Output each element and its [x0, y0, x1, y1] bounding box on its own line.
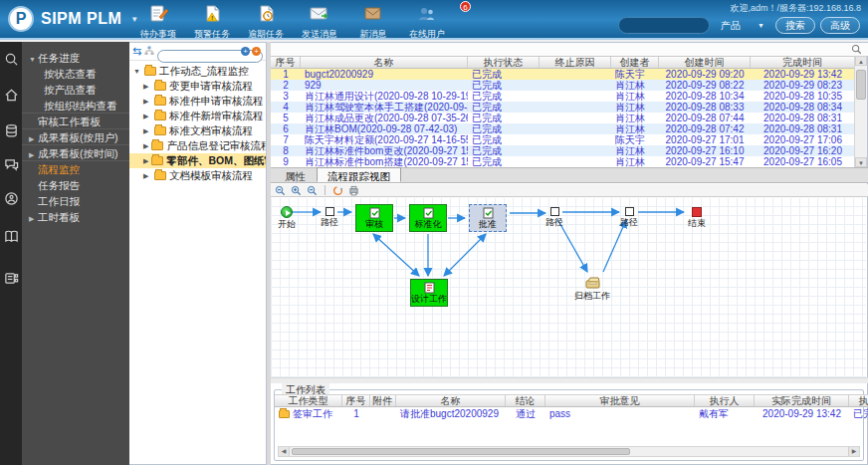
flow-node-review[interactable]: 审核	[355, 204, 393, 232]
flow-node-standardize[interactable]: 标准化	[409, 204, 447, 232]
tree-node[interactable]: ▶文档模板审核流程	[129, 168, 266, 183]
menu-item-view-by-status[interactable]: 按状态查看	[22, 66, 129, 82]
tab-properties[interactable]: 属性	[274, 167, 317, 182]
tree-node-root[interactable]: ▼工作动态_流程监控	[129, 64, 266, 79]
rail-messages-button[interactable]	[0, 153, 22, 175]
col-seq[interactable]: 序号	[271, 57, 301, 68]
tree-node[interactable]: ▶标准件新增审核流程	[129, 109, 266, 123]
rail-search-button[interactable]	[0, 48, 22, 70]
col-opinion[interactable]: 审批意见	[545, 395, 695, 406]
col-creator[interactable]: 创建者	[611, 57, 659, 68]
tree-node[interactable]: ▶标准文档审核流程	[129, 123, 266, 138]
scroll-thumb[interactable]	[292, 448, 630, 455]
rail-monitor-button[interactable]	[0, 187, 22, 209]
col-name[interactable]: 名称	[301, 57, 468, 68]
table-row[interactable]: 4 肖江林驾驶室本体手工搭建(2020-09-28 07-50-11) 已完成 …	[271, 102, 855, 113]
new-message-button[interactable]: 新消息	[346, 4, 400, 41]
folder-icon	[144, 67, 156, 76]
col-status[interactable]: 执行状态	[468, 57, 540, 68]
col-finished[interactable]: 完成时间	[751, 57, 855, 68]
scroll-down-arrow[interactable]: ▼	[855, 157, 867, 167]
tree-node-selected[interactable]: ▶零部件、BOM、图纸审核流程	[129, 153, 266, 168]
table-vertical-scrollbar[interactable]: ▲ ▼	[854, 56, 867, 167]
table-row[interactable]: 7 陈天宇材料定额(2020-09-27 14-16-55) 已完成 陈天宇 2…	[271, 134, 855, 145]
col-reason[interactable]: 终止原因	[540, 57, 611, 68]
app-logo[interactable]: P SIPM PLM ▼	[8, 6, 138, 32]
todo-items-button[interactable]: 待办事项	[131, 4, 185, 41]
flow-node-end[interactable]: 结束	[688, 207, 706, 228]
flow-node-path-3[interactable]: 路径	[620, 207, 638, 227]
process-flow-canvas[interactable]: 开始 路径 审核 标准化 批准 路径	[271, 198, 866, 377]
work-list-horizontal-scrollbar[interactable]: ◀ ▶	[278, 446, 860, 457]
menu-item-results-by-user[interactable]: ▶成果看板(按用户)	[22, 129, 129, 145]
tree-node[interactable]: ▶标准件申请审核流程	[129, 94, 266, 109]
flow-node-archive-work[interactable]: 归档工作	[574, 276, 610, 301]
refresh-icon[interactable]	[332, 185, 343, 196]
col-created[interactable]: 创建时间	[659, 57, 751, 68]
alert-tasks-button[interactable]: ! 预警任务	[185, 4, 239, 41]
col-actual-finish[interactable]: 实际完成时间	[755, 395, 849, 406]
process-table-body: 1 bugct20200929 已完成 陈天宇 2020-09-29 09:20…	[271, 69, 855, 167]
scroll-up-arrow[interactable]: ▲	[855, 56, 867, 66]
col-attachment[interactable]: 附件	[370, 395, 396, 406]
menu-item-workhour-board[interactable]: ▶工时看板	[22, 209, 129, 225]
tab-process-tracking[interactable]: 流程跟踪视图	[317, 167, 401, 182]
menu-item-results-by-time[interactable]: ▶成果看板(按时间)	[22, 145, 129, 161]
col-exec-status[interactable]: 执行状态	[849, 395, 868, 406]
scroll-left-arrow[interactable]: ◀	[279, 447, 290, 456]
table-row[interactable]: 3 肖江林通用设计(2020-09-28 10-29-19) 已完成 肖江林 2…	[271, 91, 855, 102]
scroll-thumb[interactable]	[856, 70, 866, 100]
col-work-type[interactable]: 工作类型	[275, 395, 342, 406]
rail-library-button[interactable]	[0, 225, 22, 247]
tree-search-prev-button[interactable]: +	[241, 47, 250, 56]
org-tree-icon[interactable]	[144, 46, 154, 58]
send-message-button[interactable]: 发送消息	[293, 4, 346, 41]
search-input[interactable]	[618, 17, 710, 34]
col-executor[interactable]: 执行人	[695, 395, 755, 406]
menu-item-daily-report[interactable]: 工作日报	[22, 193, 129, 209]
table-row[interactable]: 8 肖江林标准件bom更改(2020-09-27 15-30-25) 已完成 肖…	[271, 145, 855, 156]
detail-tabs: 属性 流程跟踪视图	[271, 167, 868, 183]
search-button[interactable]: 搜索	[775, 17, 815, 34]
online-users-button[interactable]: 6 在线用户	[400, 4, 454, 41]
advanced-search-button[interactable]: 高级	[820, 17, 860, 34]
col-conclusion[interactable]: 结论	[506, 395, 545, 406]
table-row[interactable]: 2 929 已完成 肖江林 2020-09-29 08:22 2020-09-2…	[271, 80, 855, 91]
table-row[interactable]: 1 bugct20200929 已完成 陈天宇 2020-09-29 09:20…	[271, 69, 855, 80]
table-row[interactable]: 6 肖江林BOM(2020-09-28 07-42-03) 已完成 肖江林 20…	[271, 123, 855, 134]
tree-node[interactable]: ▶变更申请审核流程	[129, 79, 266, 94]
table-row[interactable]: 5 肖江林成品更改(2020-09-28 07-35-26) 已完成 肖江林 2…	[271, 113, 855, 123]
table-row[interactable]: 9 肖江林标准件bom搭建(2020-09-27 15-39-45) 已完成 肖…	[271, 156, 855, 167]
flow-node-design-work[interactable]: 设计工作	[410, 279, 448, 307]
rail-display-button[interactable]	[0, 267, 22, 289]
menu-item-task-progress[interactable]: ▼任务进度	[22, 50, 129, 66]
tree-search-next-button[interactable]: +	[252, 47, 261, 56]
rail-home-button[interactable]	[0, 84, 22, 106]
work-list-header: 工作类型 序号 附件 名称 结论 审批意见 执行人 实际完成时间 执行状态	[275, 394, 868, 407]
tree-node[interactable]: ▶产品信息登记审核流程	[129, 138, 266, 153]
col-name[interactable]: 名称	[396, 395, 506, 406]
flow-node-start[interactable]: 开始	[278, 206, 296, 229]
zoom-in-icon[interactable]	[291, 185, 302, 196]
work-list-row[interactable]: 签审工作 1 请批准bugct20200929 通过 pass 戴有军 2020…	[275, 407, 868, 420]
overdue-tasks-button[interactable]: 逾期任务	[239, 4, 293, 41]
menu-item-view-by-product[interactable]: 按产品查看	[22, 82, 129, 98]
search-icon[interactable]	[851, 44, 862, 55]
menu-item-process-monitor[interactable]: 流程监控	[22, 161, 129, 177]
menu-item-task-report[interactable]: 任务报告	[22, 177, 129, 193]
flow-node-path-2[interactable]: 路径	[545, 207, 563, 227]
flow-node-approve[interactable]: 批准	[469, 204, 507, 232]
search-category-select[interactable]: 产品 ▼	[715, 17, 770, 34]
menu-item-review-board[interactable]: 审核工作看板	[22, 114, 129, 129]
zoom-out-icon[interactable]	[275, 185, 286, 196]
col-seq[interactable]: 序号	[342, 395, 370, 406]
refresh-icon[interactable]: ⇆	[132, 46, 141, 57]
flow-node-path-1[interactable]: 路径	[321, 207, 338, 227]
horizontal-splitter[interactable]	[271, 377, 868, 383]
rail-data-button[interactable]	[0, 119, 22, 141]
zoom-fit-icon[interactable]	[307, 185, 318, 196]
cell-conclusion: 通过	[506, 407, 545, 420]
menu-item-view-by-org[interactable]: 按组织结构查看	[22, 98, 129, 114]
scroll-right-arrow[interactable]: ▶	[848, 447, 859, 456]
print-icon[interactable]	[348, 185, 359, 196]
